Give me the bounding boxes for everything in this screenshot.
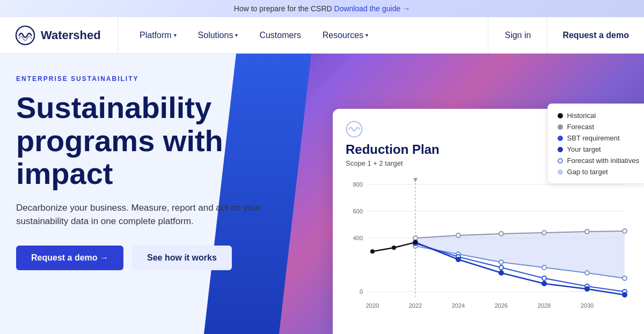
banner-link[interactable]: Download the guide → <box>334 4 411 13</box>
legend-your-target-dot <box>558 147 563 152</box>
see-how-it-works-button[interactable]: See how it works <box>132 246 232 270</box>
nav-links: Platform ▾ Solutions ▾ Customers Resourc… <box>118 17 488 53</box>
svg-point-40 <box>542 281 546 286</box>
svg-text:2030: 2030 <box>581 302 594 309</box>
resources-chevron-icon: ▾ <box>365 32 368 38</box>
nav-logo[interactable]: Watershed <box>0 17 118 53</box>
nav-solutions[interactable]: Solutions ▾ <box>187 17 249 53</box>
svg-text:2022: 2022 <box>409 302 422 309</box>
svg-text:2028: 2028 <box>538 302 551 309</box>
solutions-chevron-icon: ▾ <box>235 32 238 38</box>
svg-text:2020: 2020 <box>366 302 379 309</box>
svg-point-24 <box>623 229 627 233</box>
svg-point-43 <box>370 249 375 254</box>
hero-title: Sustainability programs with impact <box>16 91 301 190</box>
svg-point-33 <box>499 265 503 270</box>
chart-watershed-icon <box>346 121 363 138</box>
svg-point-21 <box>499 232 503 236</box>
svg-text:2024: 2024 <box>452 302 465 309</box>
reduction-plan-chart: 800 600 400 0 2020 2022 2024 2026 2028 2… <box>346 174 630 318</box>
svg-point-20 <box>456 233 460 237</box>
svg-point-23 <box>585 229 589 234</box>
svg-text:800: 800 <box>353 181 363 188</box>
legend-your-target: Your target <box>558 145 639 153</box>
top-banner: How to prepare for the CSRD Download the… <box>0 0 644 17</box>
platform-chevron-icon: ▾ <box>174 32 177 38</box>
chart-legend: Historical Forecast SBT requirement Your… <box>547 103 644 184</box>
watershed-logo-icon <box>15 25 35 46</box>
legend-forecast-initiatives-dot <box>558 158 563 164</box>
svg-point-41 <box>585 287 589 291</box>
svg-marker-17 <box>413 178 418 182</box>
hero-content: ENTERPRISE SUSTAINABILITY Sustainability… <box>0 54 301 334</box>
legend-historical: Historical <box>558 112 639 120</box>
legend-gap-dot <box>558 169 563 175</box>
main-nav: Watershed Platform ▾ Solutions ▾ Custome… <box>0 17 644 54</box>
request-demo-button[interactable]: Request a demo <box>547 17 644 53</box>
svg-point-28 <box>542 265 546 270</box>
nav-resources[interactable]: Resources ▾ <box>312 17 379 53</box>
hero-buttons: Request a demo → See how it works <box>16 246 301 270</box>
legend-forecast-dot <box>558 124 563 130</box>
svg-point-19 <box>413 236 418 240</box>
sign-in-button[interactable]: Sign in <box>488 17 547 53</box>
request-demo-hero-button[interactable]: Request a demo → <box>16 246 123 270</box>
hero-subtitle: Decarbonize your business. Measure, repo… <box>16 201 263 228</box>
enterprise-label: ENTERPRISE SUSTAINABILITY <box>16 75 301 83</box>
legend-forecast: Forecast <box>558 123 639 131</box>
svg-text:600: 600 <box>353 208 363 214</box>
svg-text:2026: 2026 <box>495 302 508 309</box>
banner-text: How to prepare for the CSRD <box>234 4 332 13</box>
svg-point-39 <box>499 271 503 275</box>
chart-card: Historical Forecast SBT requirement Your… <box>333 109 644 334</box>
svg-point-44 <box>392 246 396 250</box>
legend-sbt: SBT requirement <box>558 134 639 142</box>
legend-forecast-initiatives: Forecast with initiatives <box>558 157 639 165</box>
nav-customers[interactable]: Customers <box>248 17 311 53</box>
hero-section: ENTERPRISE SUSTAINABILITY Sustainability… <box>0 54 644 334</box>
legend-gap: Gap to target <box>558 168 639 176</box>
svg-point-34 <box>542 276 546 280</box>
nav-platform[interactable]: Platform ▾ <box>129 17 187 53</box>
svg-point-22 <box>542 231 546 235</box>
svg-point-45 <box>413 240 418 244</box>
svg-text:400: 400 <box>353 235 363 241</box>
svg-point-30 <box>623 276 627 280</box>
svg-point-38 <box>456 257 460 262</box>
svg-text:0: 0 <box>360 288 363 295</box>
legend-sbt-dot <box>558 136 563 141</box>
svg-point-29 <box>585 271 589 275</box>
legend-historical-dot <box>558 113 563 118</box>
svg-point-27 <box>499 260 503 264</box>
svg-point-42 <box>623 293 627 297</box>
nav-right: Sign in Request a demo <box>488 17 644 53</box>
logo-text: Watershed <box>41 28 101 42</box>
